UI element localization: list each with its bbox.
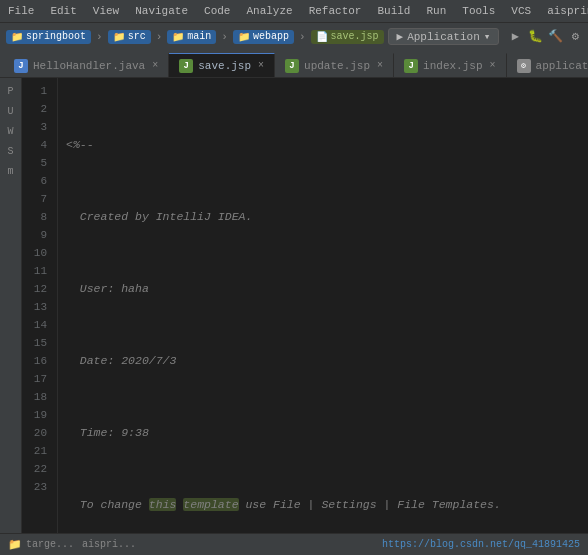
ln-21: 21 bbox=[22, 442, 53, 460]
ln-19: 19 bbox=[22, 406, 53, 424]
tab-updatejsp-close[interactable]: × bbox=[377, 60, 383, 71]
menu-edit[interactable]: Edit bbox=[46, 5, 80, 17]
jsp-icon-update: J bbox=[285, 59, 299, 73]
status-url[interactable]: https://blog.csdn.net/qq_41891425 bbox=[382, 539, 580, 550]
tab-indexjsp-label: index.jsp bbox=[423, 60, 482, 72]
dropdown-icon: ▾ bbox=[484, 30, 491, 43]
tab-savejsp[interactable]: J save.jsp × bbox=[169, 53, 275, 77]
app-run-button[interactable]: ▶ Application ▾ bbox=[388, 28, 500, 45]
side-w-icon[interactable]: W bbox=[2, 122, 20, 140]
ln-18: 18 bbox=[22, 388, 53, 406]
tab-savejsp-label: save.jsp bbox=[198, 60, 251, 72]
menu-analyze[interactable]: Analyze bbox=[242, 5, 296, 17]
menu-code[interactable]: Code bbox=[200, 5, 234, 17]
tab-hellohandler-close[interactable]: × bbox=[152, 60, 158, 71]
menu-refactor[interactable]: Refactor bbox=[305, 5, 366, 17]
tab-indexjsp[interactable]: J index.jsp × bbox=[394, 53, 506, 77]
code-token: User: haha bbox=[66, 280, 149, 298]
ln-11: 11 bbox=[22, 262, 53, 280]
code-line-2: Created by IntelliJ IDEA. bbox=[66, 208, 580, 226]
folder-icon: 📁 bbox=[113, 31, 125, 43]
menu-vcs[interactable]: VCS bbox=[507, 5, 535, 17]
jsp-icon-save: J bbox=[179, 59, 193, 73]
ln-10: 10 bbox=[22, 244, 53, 262]
code-line-5: Time: 9:38 bbox=[66, 424, 580, 442]
code-line-6: To change this template use File | Setti… bbox=[66, 496, 580, 514]
code-token: Time: 9:38 bbox=[66, 424, 149, 442]
folder-icon: 📁 bbox=[11, 31, 23, 43]
side-panel: P U W S m bbox=[0, 78, 22, 533]
tab-updatejsp[interactable]: J update.jsp × bbox=[275, 53, 394, 77]
ln-16: 16 bbox=[22, 352, 53, 370]
settings-icon[interactable]: ⚙ bbox=[567, 29, 583, 45]
tab-application-label: application... bbox=[536, 60, 588, 72]
breadcrumb-savejsp[interactable]: 📄 save.jsp bbox=[311, 30, 384, 44]
config-icon: ⚙ bbox=[517, 59, 531, 73]
ln-4: 4 bbox=[22, 136, 53, 154]
ln-1: 1 bbox=[22, 82, 53, 100]
folder-icon: 📁 bbox=[238, 31, 250, 43]
build-icon[interactable]: 🔨 bbox=[547, 29, 563, 45]
tab-application[interactable]: ⚙ application... × bbox=[507, 53, 588, 77]
menu-file[interactable]: File bbox=[4, 5, 38, 17]
side-project-icon[interactable]: P bbox=[2, 82, 20, 100]
sep3: › bbox=[221, 31, 228, 43]
tab-hellohandler[interactable]: J HelloHandler.java × bbox=[4, 53, 169, 77]
breadcrumb-springboot[interactable]: 📁 springboot bbox=[6, 30, 91, 44]
menu-view[interactable]: View bbox=[89, 5, 123, 17]
code-line-1: <%-- bbox=[66, 136, 580, 154]
tab-indexjsp-close[interactable]: × bbox=[490, 60, 496, 71]
ln-2: 2 bbox=[22, 100, 53, 118]
ln-14: 14 bbox=[22, 316, 53, 334]
ln-20: 20 bbox=[22, 424, 53, 442]
folder-icon: 📁 bbox=[172, 31, 184, 43]
menu-tools[interactable]: Tools bbox=[458, 5, 499, 17]
side-ui-icon[interactable]: U bbox=[2, 102, 20, 120]
breadcrumb-main[interactable]: 📁 main bbox=[167, 30, 216, 44]
ln-9: 9 bbox=[22, 226, 53, 244]
status-project-label: targe... bbox=[26, 539, 74, 550]
toolbar-action-icons: ▶ 🐛 🔨 ⚙ bbox=[507, 29, 583, 45]
editor-container: P U W S m 1 2 3 4 5 6 7 8 9 10 11 12 13 … bbox=[0, 78, 588, 533]
ln-13: 13 bbox=[22, 298, 53, 316]
toolbar: 📁 springboot › 📁 src › 📁 main › 📁 webapp… bbox=[0, 22, 588, 50]
ln-15: 15 bbox=[22, 334, 53, 352]
code-content[interactable]: <%-- Created by IntelliJ IDEA. User: hah… bbox=[58, 78, 588, 533]
menu-aispringbo[interactable]: aispringbo... bbox=[543, 5, 588, 17]
breadcrumb-src[interactable]: 📁 src bbox=[108, 30, 151, 44]
sep1: › bbox=[96, 31, 103, 43]
file-icon: 📄 bbox=[316, 31, 328, 43]
code-token: Date: 2020/7/3 bbox=[66, 352, 176, 370]
menu-navigate[interactable]: Navigate bbox=[131, 5, 192, 17]
run-icon[interactable]: ▶ bbox=[507, 29, 523, 45]
ln-7: 7 bbox=[22, 190, 53, 208]
menu-run[interactable]: Run bbox=[422, 5, 450, 17]
code-token: <%-- bbox=[66, 136, 94, 154]
tab-hellohandler-label: HelloHandler.java bbox=[33, 60, 145, 72]
side-src-icon[interactable]: S bbox=[2, 142, 20, 160]
ln-12: 12 bbox=[22, 280, 53, 298]
ln-3: 3 bbox=[22, 118, 53, 136]
ln-6: 6 bbox=[22, 172, 53, 190]
status-left: 📁 targe... bbox=[8, 538, 74, 551]
line-numbers: 1 2 3 4 5 6 7 8 9 10 11 12 13 14 15 16 1… bbox=[22, 78, 58, 533]
ln-5: 5 bbox=[22, 154, 53, 172]
breadcrumb-webapp[interactable]: 📁 webapp bbox=[233, 30, 294, 44]
menu-build[interactable]: Build bbox=[373, 5, 414, 17]
code-area: 1 2 3 4 5 6 7 8 9 10 11 12 13 14 15 16 1… bbox=[22, 78, 588, 533]
code-token: Created by IntelliJ IDEA. bbox=[66, 208, 252, 226]
ln-8: 8 bbox=[22, 208, 53, 226]
jsp-icon-index: J bbox=[404, 59, 418, 73]
tab-updatejsp-label: update.jsp bbox=[304, 60, 370, 72]
status-extra: aispri... bbox=[82, 539, 136, 550]
tab-savejsp-close[interactable]: × bbox=[258, 60, 264, 71]
ln-22: 22 bbox=[22, 460, 53, 478]
java-icon: J bbox=[14, 59, 28, 73]
ln-17: 17 bbox=[22, 370, 53, 388]
code-line-4: Date: 2020/7/3 bbox=[66, 352, 580, 370]
status-folder-icon: 📁 bbox=[8, 538, 22, 551]
ln-23: 23 bbox=[22, 478, 53, 496]
debug-icon[interactable]: 🐛 bbox=[527, 29, 543, 45]
side-m-icon[interactable]: m bbox=[2, 162, 20, 180]
sep2: › bbox=[156, 31, 163, 43]
